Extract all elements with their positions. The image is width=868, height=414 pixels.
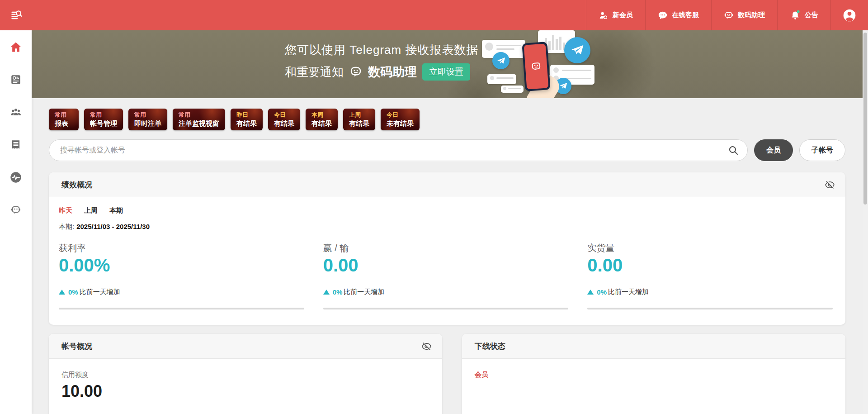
hand-illustration — [523, 69, 538, 89]
scrollbar-thumb[interactable] — [863, 33, 867, 205]
performance-card-title: 绩效概况 — [61, 180, 92, 190]
metric-profit-rate: 获利率 0.00% 0% 比前一天增加 — [59, 242, 304, 309]
quick-button-thisweek-results[interactable]: 本周 有结果 — [306, 109, 338, 130]
metric-progress-bar — [323, 308, 569, 309]
person-add-icon — [599, 10, 609, 20]
home-icon — [9, 41, 22, 53]
member-filter-button[interactable]: 会员 — [754, 139, 793, 161]
topbar-item-label: 在线客服 — [672, 11, 699, 19]
quick-button-yesterday-results[interactable]: 昨日 有结果 — [231, 109, 263, 130]
sidebar — [0, 30, 32, 414]
list-document-icon — [10, 139, 22, 151]
setup-now-button[interactable]: 立即设置 — [422, 63, 470, 81]
topbar-item-label: 新会员 — [613, 11, 633, 19]
period-label: 本期: — [59, 223, 74, 230]
report-icon — [10, 74, 22, 86]
topbar-item-label: 数码助理 — [738, 11, 765, 19]
telegram-icon — [492, 52, 509, 69]
sidebar-item-activity[interactable] — [9, 171, 23, 184]
telegram-icon — [555, 78, 571, 94]
phone-illustration — [522, 42, 550, 91]
search-row: 会员 子帐号 — [49, 139, 845, 161]
topbar-item-label: 公告 — [805, 11, 818, 19]
topbar: 新会员 在线客服 数码助理 — [0, 0, 868, 30]
notification-card — [487, 74, 516, 84]
account-overview-card: 帐号概况 信用额度 10.00 — [49, 334, 442, 414]
chat-card — [550, 65, 594, 85]
quick-button-lastweek-results[interactable]: 上周 有结果 — [343, 109, 375, 130]
sidebar-item-reports[interactable] — [9, 73, 23, 86]
main-area: 您可以使用 Telegram 接收报表数据 和重要通知 数码助理 立即设置 — [32, 30, 863, 414]
subaccount-filter-button[interactable]: 子帐号 — [799, 139, 845, 161]
up-arrow-icon — [59, 290, 65, 295]
performance-tabs: 昨天 上周 本期 — [59, 206, 833, 215]
quick-button-reports[interactable]: 常用 报表 — [49, 109, 79, 130]
credit-limit-label: 信用额度 — [61, 371, 429, 379]
notification-card — [501, 86, 524, 93]
robot-icon — [10, 205, 21, 215]
chat-card — [482, 40, 525, 58]
metric-turnover: 实货量 0.00 0% 比前一天增加 — [587, 242, 833, 309]
users-group-icon — [9, 106, 22, 119]
metric-progress-bar — [59, 308, 304, 309]
quick-button-live-bets[interactable]: 常用 即时注单 — [128, 109, 167, 130]
quick-button-account-mgmt[interactable]: 常用 帐号管理 — [84, 109, 123, 130]
metrics-grid: 获利率 0.00% 0% 比前一天增加 赢 / 输 0.00 — [59, 242, 833, 309]
metric-win-loss: 赢 / 输 0.00 0% 比前一天增加 — [323, 242, 569, 309]
downline-member-tab[interactable]: 会员 — [475, 371, 488, 378]
pulse-icon — [9, 171, 22, 184]
avatar-icon — [842, 8, 857, 23]
topbar-item-announcements[interactable]: 公告 — [777, 0, 830, 30]
telegram-banner: 您可以使用 Telegram 接收报表数据 和重要通知 数码助理 立即设置 — [32, 30, 863, 98]
page-scrollbar — [863, 30, 868, 414]
quick-button-bet-monitor[interactable]: 常用 注单监视视窗 — [173, 109, 225, 130]
telegram-icon — [564, 37, 590, 63]
account-card-title: 帐号概况 — [61, 341, 92, 352]
credit-limit-value: 10.00 — [61, 382, 429, 401]
robot-assistant-icon — [724, 10, 734, 20]
chat-bubble-icon — [658, 10, 668, 20]
assistant-bubble-icon — [349, 65, 363, 79]
quick-button-today-results[interactable]: 今日 有结果 — [268, 109, 300, 130]
search-input[interactable] — [49, 139, 748, 161]
downline-card-title: 下线状态 — [475, 341, 505, 352]
search-icon[interactable] — [728, 145, 739, 156]
period-value: 2025/11/03 - 2025/11/30 — [76, 223, 150, 230]
sidebar-item-accounts[interactable] — [9, 105, 23, 119]
sidebar-item-statements[interactable] — [9, 138, 23, 152]
tab-last-week[interactable]: 上周 — [84, 206, 98, 215]
up-arrow-icon — [323, 290, 330, 295]
banner-text: 您可以使用 Telegram 接收报表数据 和重要通知 数码助理 立即设置 — [285, 42, 478, 81]
topbar-nav: 新会员 在线客服 数码助理 — [586, 0, 868, 30]
banner-line2-prefix: 和重要通知 — [285, 64, 344, 80]
sidebar-item-home[interactable] — [9, 40, 23, 54]
topbar-item-digital-assistant[interactable]: 数码助理 — [711, 0, 777, 30]
banner-line1: 您可以使用 Telegram 接收报表数据 — [285, 42, 478, 58]
assistant-name: 数码助理 — [368, 64, 417, 80]
bottom-cards-row: 帐号概况 信用额度 10.00 下线状态 — [49, 334, 845, 414]
chart-card — [538, 30, 575, 53]
menu-search-toggle[interactable] — [0, 0, 33, 30]
bell-icon — [790, 10, 801, 21]
sidebar-item-assistant[interactable] — [9, 203, 23, 217]
tab-current-period[interactable]: 本期 — [109, 206, 123, 215]
hamburger-search-icon — [10, 9, 24, 22]
tab-yesterday[interactable]: 昨天 — [59, 206, 72, 215]
quick-button-today-noresults[interactable]: 今日 未有结果 — [381, 109, 420, 130]
eye-off-icon[interactable] — [825, 180, 835, 190]
quick-buttons-row: 常用 报表 常用 帐号管理 常用 即时注单 常用 注单监视视窗 昨日 有结果 今… — [49, 109, 845, 130]
topbar-item-live-support[interactable]: 在线客服 — [645, 0, 711, 30]
topbar-profile[interactable] — [830, 0, 868, 30]
period-row: 本期:2025/11/03 - 2025/11/30 — [59, 223, 833, 231]
eye-off-icon[interactable] — [422, 342, 431, 351]
downline-status-card: 下线状态 会员 — [462, 334, 845, 414]
topbar-item-new-member[interactable]: 新会员 — [586, 0, 645, 30]
hand-illustration — [526, 71, 563, 98]
robot-screen-icon — [530, 60, 542, 73]
up-arrow-icon — [587, 290, 594, 295]
metric-progress-bar — [587, 308, 833, 309]
performance-overview-card: 绩效概况 昨天 上周 本期 本期:2025/11/03 - 2025/11/30 — [49, 172, 845, 325]
content: 常用 报表 常用 帐号管理 常用 即时注单 常用 注单监视视窗 昨日 有结果 今… — [32, 109, 863, 414]
